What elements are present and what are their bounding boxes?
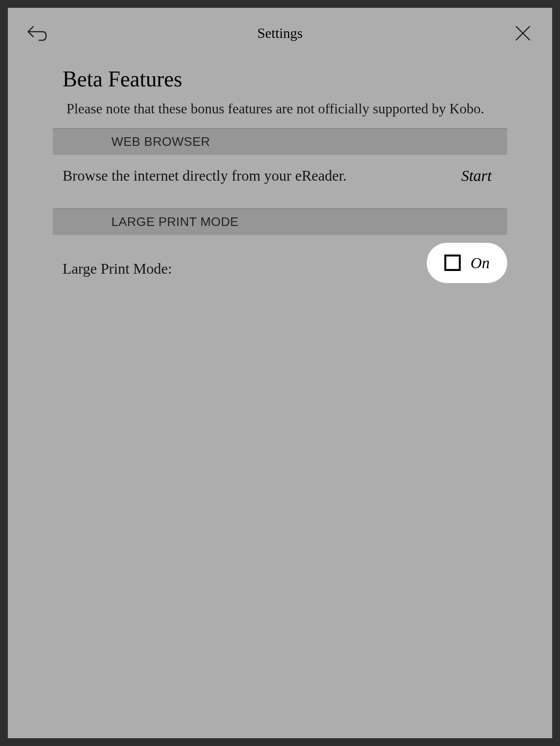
page-title: Beta Features [8, 66, 552, 99]
large-print-toggle[interactable]: On [427, 243, 507, 283]
close-button[interactable] [513, 23, 533, 43]
back-icon [27, 25, 47, 42]
settings-screen: Settings Beta Features Please note that … [8, 8, 552, 738]
header: Settings [8, 8, 552, 55]
large-print-row: Large Print Mode: On [8, 235, 552, 283]
large-print-label: Large Print Mode: [63, 248, 172, 277]
checkbox-icon [444, 255, 461, 271]
web-browser-start-link[interactable]: Start [461, 167, 492, 185]
back-button[interactable] [27, 23, 47, 43]
large-print-section-header: LARGE PRINT MODE [53, 208, 507, 235]
close-icon [515, 25, 531, 41]
web-browser-row: Browse the internet directly from your e… [8, 155, 552, 208]
web-browser-section-header: WEB BROWSER [53, 128, 507, 155]
page-subtitle: Please note that these bonus features ar… [8, 99, 552, 128]
header-title: Settings [47, 25, 513, 41]
content: Beta Features Please note that these bon… [8, 55, 552, 283]
large-print-toggle-label: On [471, 254, 490, 272]
web-browser-description: Browse the internet directly from your e… [63, 167, 347, 184]
